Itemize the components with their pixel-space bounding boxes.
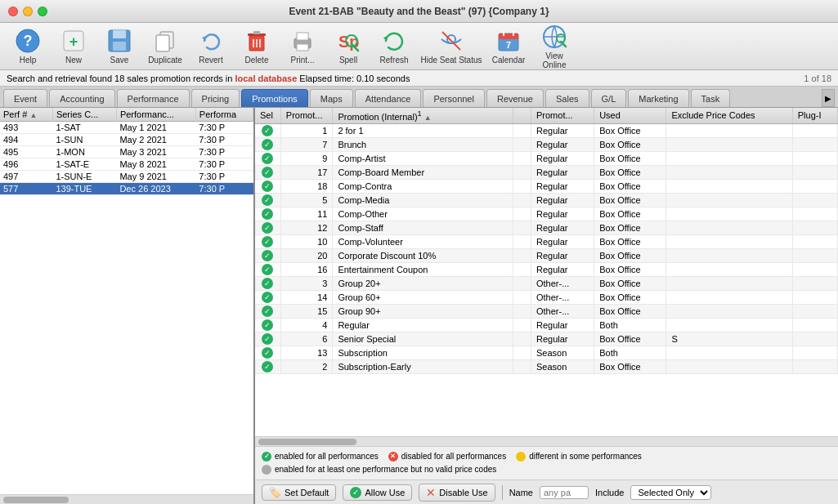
promo-table-row[interactable]: ✓ 4 Regular Regular Both (255, 318, 838, 332)
promo-plugin (792, 248, 837, 262)
hide-seat-icon (438, 28, 464, 54)
tab-personnel[interactable]: Personnel (423, 89, 485, 107)
window-controls[interactable] (8, 7, 47, 16)
promo-table-row[interactable]: ✓ 13 Subscription Season Both (255, 346, 838, 359)
toolbar-help[interactable]: ? Help (7, 26, 49, 66)
promo-num: 20 (280, 248, 333, 262)
toolbar-new[interactable]: + New (52, 26, 95, 66)
promo-num: 4 (280, 318, 333, 332)
toolbar-delete[interactable]: Delete (235, 26, 278, 66)
tab-attendance[interactable]: Attendance (355, 89, 422, 107)
promotions-list: ✓ 1 2 for 1 Regular Box Office ✓ 7 Brunc… (255, 123, 838, 373)
tab-pricing[interactable]: Pricing (191, 89, 240, 107)
disable-use-button[interactable]: ✕ Disable Use (419, 484, 495, 502)
promo-used: Box Office (594, 304, 666, 318)
tab-sales[interactable]: Sales (545, 89, 589, 107)
allow-use-button[interactable]: ✓ Allow Use (343, 484, 412, 501)
promo-used: Box Office (594, 332, 666, 346)
perf-table-row[interactable]: 497 1-SUN-E May 9 2021 7:30 P (0, 171, 253, 183)
toolbar-refresh[interactable]: Refresh (373, 26, 415, 66)
tab-event[interactable]: Event (3, 89, 47, 107)
promo-col-type[interactable]: Promot... (531, 108, 594, 123)
toolbar-save[interactable]: Save (98, 26, 141, 66)
toolbar-view-online[interactable]: View Online (533, 22, 576, 71)
promo-used: Box Office (594, 290, 666, 304)
tab-performance[interactable]: Performance (117, 89, 190, 107)
promo-num: 5 (280, 193, 333, 207)
promo-table-row[interactable]: ✓ 18 Comp-Contra Regular Box Office (255, 179, 838, 193)
perf-table-row[interactable]: 496 1-SAT-E May 8 2021 7:30 P (0, 158, 253, 171)
toolbar-calendar[interactable]: 7 Calendar (487, 26, 530, 66)
promo-table-row[interactable]: ✓ 6 Senior Special Regular Box Office S (255, 332, 838, 346)
perf-table-row[interactable]: 495 1-MON May 3 2021 7:30 P (0, 146, 253, 158)
minimize-button[interactable] (23, 7, 33, 16)
promo-name: Subscription-Early (333, 359, 513, 373)
set-default-button[interactable]: 🏷️ Set Default (262, 484, 336, 501)
performance-list: 493 1-SAT May 1 2021 7:30 P 494 1-SUN Ma… (0, 122, 253, 195)
promo-table-row[interactable]: ✓ 5 Comp-Media Regular Box Office (255, 193, 838, 207)
promo-table-row[interactable]: ✓ 9 Comp-Artist Regular Box Office (255, 151, 838, 165)
promo-table-container[interactable]: Sel Promot... Promotion (Internal)1 ▲ Pr… (255, 108, 838, 436)
promo-table-row[interactable]: ✓ 2 Subscription-Early Season Box Office (255, 359, 838, 373)
promo-col-name[interactable]: Promotion (Internal)1 ▲ (333, 108, 513, 123)
promo-col-used[interactable]: Used (594, 108, 666, 123)
promo-col-exclude[interactable]: Exclude Price Codes (666, 108, 792, 123)
promo-table-row[interactable]: ✓ 1 2 for 1 Regular Box Office (255, 123, 838, 137)
promo-table-row[interactable]: ✓ 14 Group 60+ Other-... Box Office (255, 290, 838, 304)
promo-sel: ✓ (255, 248, 280, 262)
perf-num: 496 (0, 158, 52, 171)
left-scrollbar-thumb[interactable] (3, 497, 69, 503)
promo-col-sel[interactable]: Sel (255, 108, 280, 123)
toolbar-refresh-label: Refresh (379, 56, 408, 65)
svg-rect-26 (499, 33, 518, 39)
statusbar-link[interactable]: local database (235, 74, 297, 83)
perf-col-num[interactable]: Perf # ▲ (0, 108, 52, 122)
promo-table-row[interactable]: ✓ 15 Group 90+ Other-... Box Office (255, 304, 838, 318)
promo-exclude (666, 123, 792, 137)
name-input[interactable] (540, 486, 589, 499)
promo-table-header: Sel Promot... Promotion (Internal)1 ▲ Pr… (255, 108, 838, 123)
perf-table-row[interactable]: 493 1-SAT May 1 2021 7:30 P (0, 122, 253, 134)
toolbar-revert[interactable]: Revert (190, 26, 232, 66)
toolbar-hide-seat[interactable]: Hide Seat Status (419, 26, 484, 66)
perf-time: 7:30 P (195, 158, 253, 171)
promo-col-plugin[interactable]: Plug-I (792, 108, 837, 123)
perf-col-date[interactable]: Performanc... (116, 108, 195, 122)
tab-scroll-right[interactable]: ▶ (822, 89, 835, 107)
include-select[interactable]: Selected Only All (630, 485, 711, 500)
toolbar-duplicate[interactable]: Duplicate (144, 26, 186, 66)
toolbar-spell[interactable]: Sp Spell (327, 26, 370, 66)
performance-table: Perf # ▲ Series C... Performanc... Perfo… (0, 108, 253, 195)
promo-table-row[interactable]: ✓ 3 Group 20+ Other-... Box Office (255, 276, 838, 290)
sel-icon: ✓ (262, 333, 273, 345)
perf-table-row[interactable]: 494 1-SUN May 2 2021 7:30 P (0, 134, 253, 146)
left-scrollbar[interactable] (0, 494, 253, 504)
tab-maps[interactable]: Maps (310, 89, 353, 107)
tab-marketing[interactable]: Marketing (628, 89, 688, 107)
promo-table-row[interactable]: ✓ 20 Corporate Discount 10% Regular Box … (255, 248, 838, 262)
promo-table-row[interactable]: ✓ 12 Comp-Staff Regular Box Office (255, 221, 838, 234)
set-default-icon: 🏷️ (269, 487, 281, 498)
tab-gl[interactable]: G/L (591, 89, 627, 107)
promo-table-row[interactable]: ✓ 11 Comp-Other Regular Box Office (255, 207, 838, 221)
perf-col-series[interactable]: Series C... (52, 108, 116, 122)
promo-table-row[interactable]: ✓ 7 Brunch Regular Box Office (255, 137, 838, 151)
perf-table-row[interactable]: 577 139-TUE Dec 26 2023 7:30 P (0, 183, 253, 195)
tab-promotions[interactable]: Promotions (241, 89, 308, 107)
perf-col-time[interactable]: Performa (195, 108, 253, 122)
promo-type: Regular (531, 221, 594, 234)
promo-table-row[interactable]: ✓ 10 Comp-Volunteer Regular Box Office (255, 234, 838, 248)
close-button[interactable] (8, 7, 18, 16)
promo-scrollbar-thumb[interactable] (258, 439, 356, 445)
promo-num: 13 (280, 346, 333, 359)
promo-table-row[interactable]: ✓ 16 Entertainment Coupon Regular Box Of… (255, 262, 838, 276)
tab-accounting[interactable]: Accounting (49, 89, 114, 107)
promo-scrollbar[interactable] (255, 436, 838, 446)
promo-col-num[interactable]: Promot... (280, 108, 333, 123)
maximize-button[interactable] (38, 7, 47, 16)
promo-used: Box Office (594, 276, 666, 290)
tab-task[interactable]: Task (691, 89, 731, 107)
toolbar-print[interactable]: Print... (281, 26, 324, 66)
tab-revenue[interactable]: Revenue (486, 89, 544, 107)
promo-table-row[interactable]: ✓ 17 Comp-Board Member Regular Box Offic… (255, 165, 838, 179)
